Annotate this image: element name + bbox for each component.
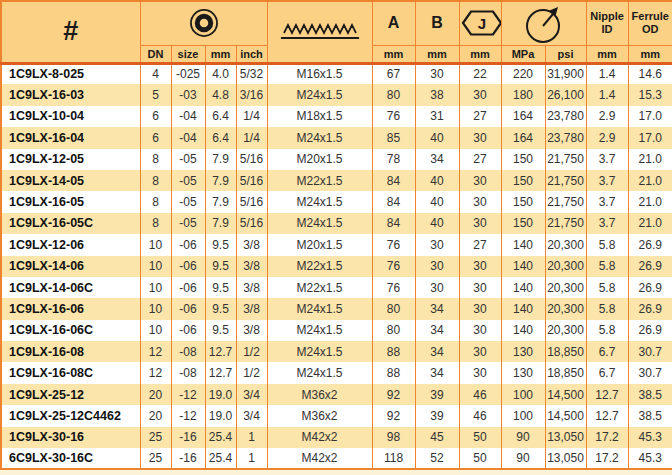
dn-cell: 5	[140, 84, 171, 105]
thread-cell: M42x2	[267, 448, 372, 469]
mpa-cell: 150	[501, 213, 545, 234]
psi-cell: 31,900	[545, 63, 586, 84]
j-mm-cell: 30	[459, 191, 501, 212]
table-header: # A B	[1, 1, 672, 63]
tube-mm-cell: 7.9	[205, 213, 236, 234]
psi-cell: 20,300	[545, 277, 586, 298]
psi-cell: 20,300	[545, 320, 586, 341]
ferrule-od-cell: 45.3	[628, 427, 672, 448]
dn-cell: 20	[140, 405, 171, 426]
tube-size-column-header	[140, 1, 267, 45]
size-cell: -05	[171, 149, 205, 170]
nipple-id-cell: 12.7	[586, 384, 628, 405]
nipple-label-line1: Nipple	[587, 10, 628, 23]
ferrule-od-cell: 21.0	[628, 191, 672, 212]
j-mm-cell: 27	[459, 234, 501, 255]
b-mm-cell: 30	[415, 234, 459, 255]
thread-cell: M24x1.5	[267, 213, 372, 234]
part-number-cell: 1C9LX-16-04	[1, 127, 140, 148]
size-cell: -05	[171, 170, 205, 191]
unit-a-mm: mm	[372, 45, 415, 63]
psi-cell: 21,750	[545, 149, 586, 170]
dn-cell: 10	[140, 320, 171, 341]
table-row: 1C9LX-10-046-046.41/4M18x1.576312716423,…	[1, 106, 672, 127]
ferrule-label-line2: OD	[629, 23, 672, 36]
a-mm-cell: 88	[372, 362, 415, 383]
unit-j-mm: mm	[459, 45, 501, 63]
mpa-cell: 164	[501, 106, 545, 127]
j-mm-cell: 50	[459, 427, 501, 448]
b-mm-cell: 34	[415, 320, 459, 341]
mpa-cell: 100	[501, 384, 545, 405]
b-mm-cell: 45	[415, 427, 459, 448]
ferrule-od-cell: 45.3	[628, 448, 672, 469]
size-cell: -16	[171, 427, 205, 448]
tube-inch-cell: 5/16	[236, 170, 267, 191]
unit-dn: DN	[140, 45, 171, 63]
a-mm-cell: 84	[372, 213, 415, 234]
a-mm-cell: 92	[372, 405, 415, 426]
thread-cell: M24x1.5	[267, 362, 372, 383]
table-row: 1C9LX-14-0610-069.53/8M22x1.576303014020…	[1, 256, 672, 277]
part-number-cell: 1C9LX-14-06	[1, 256, 140, 277]
tube-inch-cell: 1/2	[236, 362, 267, 383]
a-mm-cell: 76	[372, 106, 415, 127]
table-row: 1C9LX-16-08C12-0812.71/2M24x1.5883430130…	[1, 362, 672, 383]
table-row: 6C9LX-30-16C25-1625.41M42x211852509013,0…	[1, 448, 672, 469]
dn-cell: 12	[140, 341, 171, 362]
table-body: 1C9LX-8-0254-0254.05/32M16x1.56730222203…	[1, 63, 672, 469]
b-mm-cell: 30	[415, 256, 459, 277]
b-mm-cell: 40	[415, 213, 459, 234]
a-mm-cell: 80	[372, 298, 415, 319]
psi-cell: 20,300	[545, 256, 586, 277]
nipple-id-cell: 3.7	[586, 213, 628, 234]
j-mm-cell: 22	[459, 63, 501, 84]
psi-cell: 18,850	[545, 341, 586, 362]
dn-cell: 10	[140, 234, 171, 255]
unit-nipple-mm: mm	[586, 45, 628, 63]
part-number-cell: 1C9LX-16-08C	[1, 362, 140, 383]
tube-inch-cell: 5/16	[236, 191, 267, 212]
dn-cell: 8	[140, 170, 171, 191]
a-mm-cell: 118	[372, 448, 415, 469]
thread-cell: M18x1.5	[267, 106, 372, 127]
unit-tube-mm: mm	[205, 45, 236, 63]
tube-mm-cell: 25.4	[205, 427, 236, 448]
ferrule-od-cell: 17.0	[628, 127, 672, 148]
b-mm-cell: 34	[415, 341, 459, 362]
ferrule-od-cell: 17.0	[628, 106, 672, 127]
j-mm-cell: 30	[459, 256, 501, 277]
table-row: 1C9LX-16-035-034.83/16M24x1.580383018026…	[1, 84, 672, 105]
part-number-cell: 1C9LX-25-12C4462	[1, 405, 140, 426]
dn-cell: 4	[140, 63, 171, 84]
thread-cell: M24x1.5	[267, 320, 372, 341]
mpa-cell: 150	[501, 191, 545, 212]
j-mm-cell: 30	[459, 298, 501, 319]
hexagon-J-icon: J	[460, 8, 502, 38]
mpa-cell: 164	[501, 127, 545, 148]
thread-cell: M22x1.5	[267, 170, 372, 191]
b-mm-cell: 39	[415, 405, 459, 426]
tube-mm-cell: 6.4	[205, 106, 236, 127]
nipple-id-cell: 5.8	[586, 277, 628, 298]
table-row: 1C9LX-25-1220-1219.03/4M36x292394610014,…	[1, 384, 672, 405]
tube-inch-cell: 3/8	[236, 320, 267, 341]
unit-inch: inch	[236, 45, 267, 63]
a-mm-cell: 80	[372, 84, 415, 105]
b-mm-cell: 38	[415, 84, 459, 105]
nipple-id-cell: 1.4	[586, 63, 628, 84]
ferrule-od-cell: 21.0	[628, 213, 672, 234]
double-circle-icon	[186, 5, 222, 41]
tube-inch-cell: 3/4	[236, 405, 267, 426]
svg-text:J: J	[477, 15, 485, 32]
j-mm-cell: 27	[459, 149, 501, 170]
table-row: 1C9LX-12-058-057.95/16M20x1.578342715021…	[1, 149, 672, 170]
part-number-cell: 1C9LX-16-03	[1, 84, 140, 105]
unit-size: size	[171, 45, 205, 63]
table-row: 1C9LX-16-0610-069.53/8M24x1.580343014020…	[1, 298, 672, 319]
unit-psi: psi	[545, 45, 586, 63]
ferrule-od-cell: 26.9	[628, 234, 672, 255]
ferrule-od-cell: 26.9	[628, 320, 672, 341]
thread-cell: M16x1.5	[267, 63, 372, 84]
mpa-cell: 140	[501, 277, 545, 298]
